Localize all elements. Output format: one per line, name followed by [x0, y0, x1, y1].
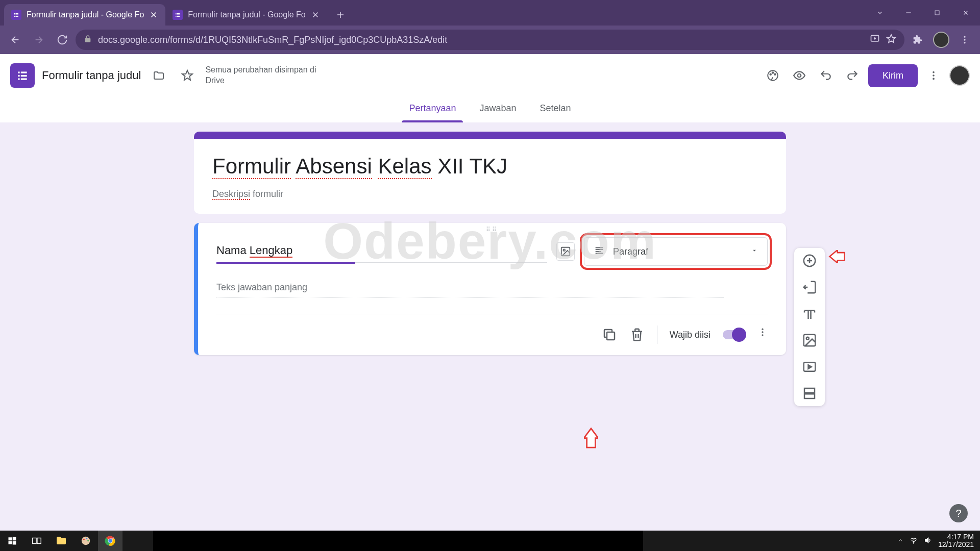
forward-button[interactable] [29, 30, 49, 50]
url-field[interactable]: docs.google.com/forms/d/1RUQI53NtlkFuSmR… [76, 30, 904, 50]
svg-rect-1 [16, 13, 19, 14]
star-icon[interactable] [886, 34, 896, 46]
side-toolbar [794, 248, 825, 406]
svg-rect-41 [804, 388, 815, 393]
file-explorer-icon[interactable] [49, 531, 74, 551]
paint-icon[interactable] [74, 531, 98, 551]
add-question-icon[interactable] [802, 253, 817, 268]
svg-rect-7 [177, 13, 180, 14]
maximize-icon[interactable] [923, 0, 951, 26]
import-questions-icon[interactable] [802, 280, 817, 295]
folder-icon[interactable] [148, 65, 169, 86]
svg-point-24 [770, 74, 771, 76]
more-icon[interactable] [923, 65, 944, 86]
chevron-down-icon[interactable] [866, 0, 894, 26]
svg-rect-9 [177, 15, 180, 16]
close-window-icon[interactable] [951, 0, 980, 26]
add-image-icon[interactable] [556, 242, 575, 261]
svg-rect-6 [176, 13, 177, 14]
form-header-card[interactable]: Formulir Absensi Kelas XII TKJ Deskripsi… [194, 132, 786, 214]
required-toggle[interactable] [723, 330, 745, 339]
taskbar-center [153, 531, 643, 551]
svg-rect-19 [18, 75, 19, 77]
question-input[interactable]: Nama Lengkap [216, 240, 547, 263]
tab-title: Formulir tanpa judul - Google Fo [188, 10, 305, 19]
send-button[interactable]: Kirim [868, 64, 918, 87]
browser-tab[interactable]: Formulir tanpa judul - Google Fo [165, 4, 327, 26]
reload-button[interactable] [52, 30, 72, 50]
svg-point-28 [933, 71, 935, 73]
account-avatar[interactable] [949, 65, 970, 86]
svg-rect-47 [33, 538, 36, 544]
star-outline-icon[interactable] [177, 65, 198, 86]
drag-handle-icon[interactable]: ⠿⠿ [486, 226, 498, 233]
add-image-tool-icon[interactable] [802, 333, 817, 348]
new-tab-button[interactable] [331, 6, 350, 24]
svg-rect-42 [804, 394, 815, 398]
question-type-selector[interactable]: Paragraf [584, 237, 768, 266]
form-description[interactable]: Deskripsi formulir [212, 189, 768, 199]
window-controls [866, 0, 980, 26]
clock[interactable]: 4:17 PM 12/17/2021 [938, 533, 974, 549]
redo-icon[interactable] [842, 65, 863, 86]
svg-rect-18 [21, 71, 27, 73]
minimize-icon[interactable] [894, 0, 923, 26]
undo-icon[interactable] [815, 65, 837, 86]
close-icon[interactable] [149, 10, 158, 19]
svg-point-39 [806, 337, 809, 340]
required-label: Wajib diisi [670, 330, 710, 340]
forms-logo-icon[interactable] [10, 63, 35, 88]
svg-point-32 [563, 249, 565, 251]
tab-title: Formulir tanpa judul - Google Fo [27, 10, 144, 19]
svg-point-26 [774, 74, 776, 76]
question-more-icon[interactable] [757, 327, 768, 342]
svg-rect-48 [37, 538, 41, 544]
svg-rect-10 [176, 16, 177, 17]
wifi-icon[interactable] [910, 536, 918, 546]
svg-rect-5 [16, 16, 19, 17]
delete-icon[interactable] [629, 327, 645, 342]
browser-tab-active[interactable]: Formulir tanpa judul - Google Fo [4, 4, 165, 26]
add-title-icon[interactable] [802, 306, 817, 321]
duplicate-icon[interactable] [602, 327, 617, 342]
url-text: docs.google.com/forms/d/1RUQI53NtlkFuSmR… [98, 35, 864, 45]
help-button[interactable]: ? [949, 504, 968, 522]
svg-rect-43 [9, 537, 12, 540]
svg-point-50 [83, 539, 85, 540]
chrome-icon[interactable] [98, 531, 122, 551]
svg-rect-4 [14, 16, 15, 17]
start-button[interactable] [0, 531, 24, 551]
install-icon[interactable] [870, 34, 880, 46]
form-name[interactable]: Formulir tanpa judul [42, 69, 141, 82]
lock-icon [84, 35, 92, 45]
palette-icon[interactable] [762, 65, 783, 86]
browser-menu-icon[interactable] [954, 35, 975, 45]
svg-point-35 [762, 331, 763, 333]
preview-icon[interactable] [789, 65, 810, 86]
chevron-down-icon [751, 247, 758, 256]
svg-rect-44 [13, 537, 16, 541]
svg-point-27 [798, 74, 801, 78]
volume-icon[interactable] [924, 536, 932, 546]
add-section-icon[interactable] [802, 386, 817, 401]
svg-point-34 [762, 329, 763, 330]
extensions-icon[interactable] [908, 30, 928, 50]
tab-responses[interactable]: Jawaban [475, 97, 520, 122]
answer-placeholder: Teks jawaban panjang [216, 282, 724, 297]
svg-rect-11 [177, 16, 180, 17]
system-tray[interactable]: 4:17 PM 12/17/2021 [897, 533, 980, 549]
close-icon[interactable] [311, 10, 320, 19]
tab-settings[interactable]: Setelan [536, 97, 575, 122]
taskbar: 4:17 PM 12/17/2021 [0, 531, 980, 551]
profile-avatar[interactable] [931, 30, 951, 50]
svg-point-16 [964, 42, 965, 43]
tab-questions[interactable]: Pertanyaan [405, 97, 460, 122]
add-video-icon[interactable] [802, 359, 817, 374]
svg-rect-3 [16, 15, 19, 16]
question-card[interactable]: ⠿⠿ Nama Lengkap Paragraf Teks jawaban pa… [194, 223, 786, 355]
task-view-icon[interactable] [24, 531, 49, 551]
back-button[interactable] [5, 30, 26, 50]
tray-chevron-icon[interactable] [897, 537, 903, 545]
browser-titlebar: Formulir tanpa judul - Google Fo Formuli… [0, 0, 980, 26]
form-title-text[interactable]: Formulir Absensi Kelas XII TKJ [212, 154, 768, 179]
